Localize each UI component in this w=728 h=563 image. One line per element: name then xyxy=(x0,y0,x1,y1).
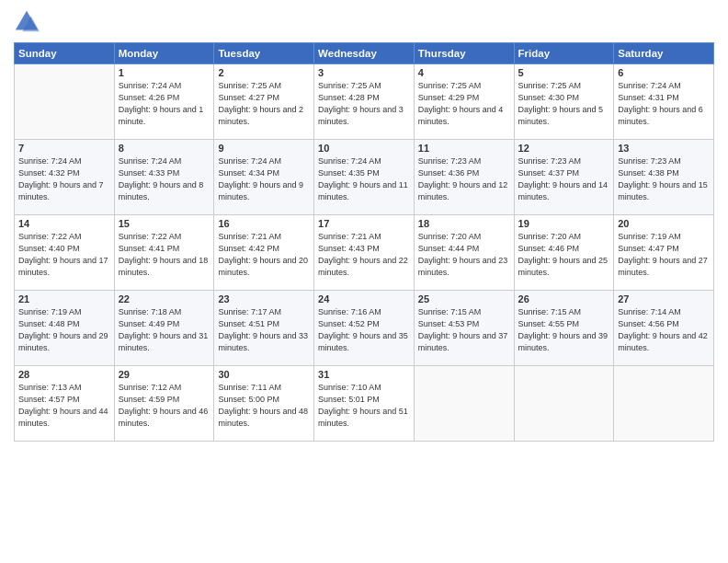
calendar-cell: 25Sunrise: 7:15 AMSunset: 4:53 PMDayligh… xyxy=(414,291,514,366)
calendar-cell: 4Sunrise: 7:25 AMSunset: 4:29 PMDaylight… xyxy=(414,64,514,140)
day-info: Sunrise: 7:19 AMSunset: 4:47 PMDaylight:… xyxy=(618,231,710,279)
day-number: 23 xyxy=(218,293,310,304)
day-info: Sunrise: 7:23 AMSunset: 4:36 PMDaylight:… xyxy=(418,155,510,203)
day-number: 4 xyxy=(418,67,510,78)
calendar-cell: 3Sunrise: 7:25 AMSunset: 4:28 PMDaylight… xyxy=(314,64,415,140)
day-info: Sunrise: 7:12 AMSunset: 4:59 PMDaylight:… xyxy=(119,382,210,430)
day-of-week-header: Monday xyxy=(114,43,214,64)
day-info: Sunrise: 7:21 AMSunset: 4:42 PMDaylight:… xyxy=(218,231,310,279)
calendar-week-row: 28Sunrise: 7:13 AMSunset: 4:57 PMDayligh… xyxy=(15,366,714,442)
day-number: 24 xyxy=(318,293,410,304)
calendar-cell: 15Sunrise: 7:22 AMSunset: 4:41 PMDayligh… xyxy=(114,215,214,291)
day-info: Sunrise: 7:22 AMSunset: 4:41 PMDaylight:… xyxy=(119,231,210,279)
day-info: Sunrise: 7:23 AMSunset: 4:38 PMDaylight:… xyxy=(618,155,710,203)
calendar-cell: 13Sunrise: 7:23 AMSunset: 4:38 PMDayligh… xyxy=(614,140,714,215)
day-number: 14 xyxy=(18,218,110,229)
day-info: Sunrise: 7:13 AMSunset: 4:57 PMDaylight:… xyxy=(18,382,110,430)
day-number: 1 xyxy=(119,67,210,78)
day-info: Sunrise: 7:17 AMSunset: 4:51 PMDaylight:… xyxy=(218,306,310,354)
calendar-week-row: 14Sunrise: 7:22 AMSunset: 4:40 PMDayligh… xyxy=(15,215,714,291)
day-info: Sunrise: 7:19 AMSunset: 4:48 PMDaylight:… xyxy=(18,306,110,354)
day-info: Sunrise: 7:22 AMSunset: 4:40 PMDaylight:… xyxy=(18,231,110,279)
day-info: Sunrise: 7:24 AMSunset: 4:34 PMDaylight:… xyxy=(218,155,310,203)
calendar-cell: 11Sunrise: 7:23 AMSunset: 4:36 PMDayligh… xyxy=(414,140,514,215)
day-number: 31 xyxy=(318,369,410,380)
calendar-cell: 18Sunrise: 7:20 AMSunset: 4:44 PMDayligh… xyxy=(414,215,514,291)
day-info: Sunrise: 7:24 AMSunset: 4:32 PMDaylight:… xyxy=(18,155,110,203)
day-info: Sunrise: 7:20 AMSunset: 4:46 PMDaylight:… xyxy=(518,231,610,279)
day-info: Sunrise: 7:24 AMSunset: 4:33 PMDaylight:… xyxy=(119,155,210,203)
calendar-cell: 23Sunrise: 7:17 AMSunset: 4:51 PMDayligh… xyxy=(214,291,314,366)
calendar-cell xyxy=(414,366,514,442)
calendar-cell: 9Sunrise: 7:24 AMSunset: 4:34 PMDaylight… xyxy=(214,140,314,215)
day-number: 28 xyxy=(18,369,110,380)
day-info: Sunrise: 7:25 AMSunset: 4:27 PMDaylight:… xyxy=(218,80,310,128)
calendar-cell: 29Sunrise: 7:12 AMSunset: 4:59 PMDayligh… xyxy=(114,366,214,442)
calendar-cell xyxy=(614,366,714,442)
day-number: 10 xyxy=(318,143,410,154)
day-info: Sunrise: 7:20 AMSunset: 4:44 PMDaylight:… xyxy=(418,231,510,279)
day-of-week-header: Tuesday xyxy=(214,43,314,64)
calendar-cell: 14Sunrise: 7:22 AMSunset: 4:40 PMDayligh… xyxy=(15,215,115,291)
day-number: 26 xyxy=(518,293,610,304)
day-number: 13 xyxy=(618,143,710,154)
day-of-week-header: Sunday xyxy=(15,43,115,64)
day-number: 18 xyxy=(418,218,510,229)
calendar-cell: 30Sunrise: 7:11 AMSunset: 5:00 PMDayligh… xyxy=(214,366,314,442)
day-number: 8 xyxy=(119,143,210,154)
calendar-cell: 2Sunrise: 7:25 AMSunset: 4:27 PMDaylight… xyxy=(214,64,314,140)
day-info: Sunrise: 7:11 AMSunset: 5:00 PMDaylight:… xyxy=(218,382,310,430)
calendar-cell: 7Sunrise: 7:24 AMSunset: 4:32 PMDaylight… xyxy=(15,140,115,215)
calendar-cell: 17Sunrise: 7:21 AMSunset: 4:43 PMDayligh… xyxy=(314,215,415,291)
day-info: Sunrise: 7:15 AMSunset: 4:53 PMDaylight:… xyxy=(418,306,510,354)
logo xyxy=(14,9,41,35)
calendar-cell: 5Sunrise: 7:25 AMSunset: 4:30 PMDaylight… xyxy=(514,64,614,140)
day-info: Sunrise: 7:24 AMSunset: 4:35 PMDaylight:… xyxy=(318,155,410,203)
calendar-cell: 10Sunrise: 7:24 AMSunset: 4:35 PMDayligh… xyxy=(314,140,415,215)
calendar-header-row: SundayMondayTuesdayWednesdayThursdayFrid… xyxy=(15,43,714,64)
calendar-cell: 26Sunrise: 7:15 AMSunset: 4:55 PMDayligh… xyxy=(514,291,614,366)
day-info: Sunrise: 7:16 AMSunset: 4:52 PMDaylight:… xyxy=(318,306,410,354)
calendar-page: SundayMondayTuesdayWednesdayThursdayFrid… xyxy=(0,0,728,563)
calendar-cell: 28Sunrise: 7:13 AMSunset: 4:57 PMDayligh… xyxy=(15,366,115,442)
calendar-week-row: 1Sunrise: 7:24 AMSunset: 4:26 PMDaylight… xyxy=(15,64,714,140)
day-info: Sunrise: 7:25 AMSunset: 4:30 PMDaylight:… xyxy=(518,80,610,128)
logo-icon xyxy=(14,9,40,35)
day-info: Sunrise: 7:10 AMSunset: 5:01 PMDaylight:… xyxy=(318,382,410,430)
calendar-cell: 12Sunrise: 7:23 AMSunset: 4:37 PMDayligh… xyxy=(514,140,614,215)
day-number: 11 xyxy=(418,143,510,154)
day-of-week-header: Thursday xyxy=(414,43,514,64)
day-info: Sunrise: 7:15 AMSunset: 4:55 PMDaylight:… xyxy=(518,306,610,354)
day-number: 7 xyxy=(18,143,110,154)
calendar-week-row: 21Sunrise: 7:19 AMSunset: 4:48 PMDayligh… xyxy=(15,291,714,366)
day-of-week-header: Saturday xyxy=(614,43,714,64)
day-number: 27 xyxy=(618,293,710,304)
day-info: Sunrise: 7:25 AMSunset: 4:29 PMDaylight:… xyxy=(418,80,510,128)
day-info: Sunrise: 7:21 AMSunset: 4:43 PMDaylight:… xyxy=(318,231,410,279)
calendar-cell: 31Sunrise: 7:10 AMSunset: 5:01 PMDayligh… xyxy=(314,366,415,442)
calendar-cell: 22Sunrise: 7:18 AMSunset: 4:49 PMDayligh… xyxy=(114,291,214,366)
day-number: 22 xyxy=(119,293,210,304)
day-of-week-header: Wednesday xyxy=(314,43,415,64)
day-number: 15 xyxy=(119,218,210,229)
day-of-week-header: Friday xyxy=(514,43,614,64)
calendar-week-row: 7Sunrise: 7:24 AMSunset: 4:32 PMDaylight… xyxy=(15,140,714,215)
day-info: Sunrise: 7:23 AMSunset: 4:37 PMDaylight:… xyxy=(518,155,610,203)
calendar-cell xyxy=(15,64,115,140)
calendar-cell: 27Sunrise: 7:14 AMSunset: 4:56 PMDayligh… xyxy=(614,291,714,366)
day-number: 5 xyxy=(518,67,610,78)
calendar-cell: 24Sunrise: 7:16 AMSunset: 4:52 PMDayligh… xyxy=(314,291,415,366)
day-info: Sunrise: 7:14 AMSunset: 4:56 PMDaylight:… xyxy=(618,306,710,354)
calendar-cell: 19Sunrise: 7:20 AMSunset: 4:46 PMDayligh… xyxy=(514,215,614,291)
calendar-table: SundayMondayTuesdayWednesdayThursdayFrid… xyxy=(14,42,714,442)
day-info: Sunrise: 7:18 AMSunset: 4:49 PMDaylight:… xyxy=(119,306,210,354)
calendar-cell: 6Sunrise: 7:24 AMSunset: 4:31 PMDaylight… xyxy=(614,64,714,140)
day-number: 6 xyxy=(618,67,710,78)
day-number: 30 xyxy=(218,369,310,380)
day-number: 25 xyxy=(418,293,510,304)
calendar-cell: 1Sunrise: 7:24 AMSunset: 4:26 PMDaylight… xyxy=(114,64,214,140)
day-number: 16 xyxy=(218,218,310,229)
day-number: 29 xyxy=(119,369,210,380)
day-info: Sunrise: 7:24 AMSunset: 4:26 PMDaylight:… xyxy=(119,80,210,128)
calendar-cell xyxy=(514,366,614,442)
